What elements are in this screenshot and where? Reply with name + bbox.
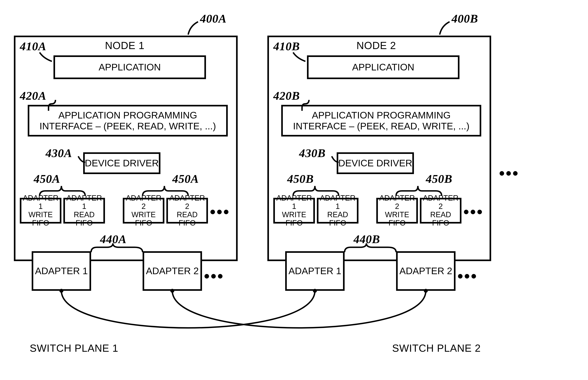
application-label-b: APPLICATION — [352, 62, 414, 73]
api-box-b: APPLICATION PROGRAMMING INTERFACE – (PEE… — [281, 105, 481, 136]
fifo-a1w: ADAPTER 1 WRITE FIFO — [20, 198, 62, 224]
ref-450b-left: 450B — [287, 172, 314, 186]
api-box-a: APPLICATION PROGRAMMING INTERFACE – (PEE… — [28, 105, 228, 136]
diagram-root: NODE 1 NODE 2 400A 400B APPLICATION APPL… — [0, 0, 588, 380]
fifo-b2r-l1: ADAPTER 2 — [421, 194, 460, 211]
ref-450b-right: 450B — [426, 172, 452, 186]
ellipsis-fifo-b: ••• — [463, 203, 484, 221]
switch-plane-1: SWITCH PLANE 1 — [30, 342, 118, 354]
adapter-a2: ADAPTER 2 — [143, 251, 202, 291]
fifo-b1w: ADAPTER 1 WRITE FIFO — [273, 198, 315, 224]
fifo-a1r: ADAPTER 1 READ FIFO — [63, 198, 105, 224]
ellipsis-nodes: ••• — [499, 164, 519, 182]
fifo-a2w-l1: ADAPTER 2 — [124, 194, 163, 211]
fifo-a1w-l2: WRITE FIFO — [21, 211, 60, 227]
adapter-b1: ADAPTER 1 — [285, 251, 345, 291]
fifo-a1w-l1: ADAPTER 1 — [21, 194, 60, 211]
adapter-a1-label: ADAPTER 1 — [35, 266, 88, 276]
ref-430b: 430B — [299, 146, 326, 160]
ref-410a: 410A — [20, 39, 46, 53]
fifo-a1r-l1: ADAPTER 1 — [65, 194, 103, 211]
adapter-b2-label: ADAPTER 2 — [399, 266, 452, 276]
fifo-b2r: ADAPTER 2 READ FIFO — [420, 198, 462, 224]
fifo-a2r-l1: ADAPTER 2 — [168, 194, 206, 211]
ref-450a-left: 450A — [34, 172, 60, 186]
fifo-a2r: ADAPTER 2 READ FIFO — [166, 198, 208, 224]
application-box-b: APPLICATION — [307, 55, 460, 79]
ellipsis-adapter-a: ••• — [204, 267, 224, 285]
node-2-title: NODE 2 — [357, 39, 396, 51]
fifo-b1w-l2: WRITE FIFO — [275, 211, 313, 227]
adapter-a1: ADAPTER 1 — [32, 251, 91, 291]
fifo-b2w-l1: ADAPTER 2 — [378, 194, 416, 211]
driver-label-a: DEVICE DRIVER — [85, 158, 159, 169]
api-line2-a: INTERFACE – (PEEK, READ, WRITE, ...) — [40, 121, 216, 132]
fifo-b2r-l2: READ FIFO — [421, 211, 460, 227]
ref-420a: 420A — [20, 89, 46, 103]
ref-420b: 420B — [273, 89, 300, 103]
api-line2-b: INTERFACE – (PEEK, READ, WRITE, ...) — [293, 121, 470, 132]
fifo-a2w: ADAPTER 2 WRITE FIFO — [123, 198, 164, 224]
fifo-b1r-l1: ADAPTER 1 — [318, 194, 357, 211]
adapter-b2: ADAPTER 2 — [396, 251, 456, 291]
fifo-b2w-l2: WRITE FIFO — [378, 211, 416, 227]
fifo-b1r-l2: READ FIFO — [318, 211, 357, 227]
api-line1-a: APPLICATION PROGRAMMING — [58, 110, 197, 121]
fifo-a1r-l2: READ FIFO — [65, 211, 103, 227]
switch-plane-2: SWITCH PLANE 2 — [392, 342, 481, 354]
ref-430a: 430A — [45, 146, 72, 160]
driver-label-b: DEVICE DRIVER — [338, 158, 412, 169]
ref-440a: 440A — [100, 232, 126, 246]
node-1-title: NODE 1 — [105, 39, 145, 51]
fifo-b1w-l1: ADAPTER 1 — [275, 194, 313, 211]
ellipsis-fifo-a: ••• — [210, 203, 230, 221]
ref-400b: 400B — [452, 12, 478, 25]
adapter-a2-label: ADAPTER 2 — [146, 266, 199, 276]
application-box-a: APPLICATION — [53, 55, 206, 79]
ref-410b: 410B — [273, 39, 300, 53]
ref-400a: 400A — [200, 12, 227, 25]
ref-450a-right: 450A — [172, 172, 199, 186]
adapter-b1-label: ADAPTER 1 — [289, 266, 341, 276]
fifo-b2w: ADAPTER 2 WRITE FIFO — [376, 198, 418, 224]
ellipsis-adapter-b: ••• — [458, 267, 478, 285]
driver-box-b: DEVICE DRIVER — [337, 152, 414, 174]
api-line1-b: APPLICATION PROGRAMMING — [312, 110, 451, 121]
application-label-a: APPLICATION — [99, 62, 161, 73]
driver-box-a: DEVICE DRIVER — [83, 152, 160, 174]
fifo-a2w-l2: WRITE FIFO — [124, 211, 163, 227]
fifo-a2r-l2: READ FIFO — [168, 211, 206, 227]
ref-440b: 440B — [354, 232, 380, 246]
fifo-b1r: ADAPTER 1 READ FIFO — [317, 198, 358, 224]
